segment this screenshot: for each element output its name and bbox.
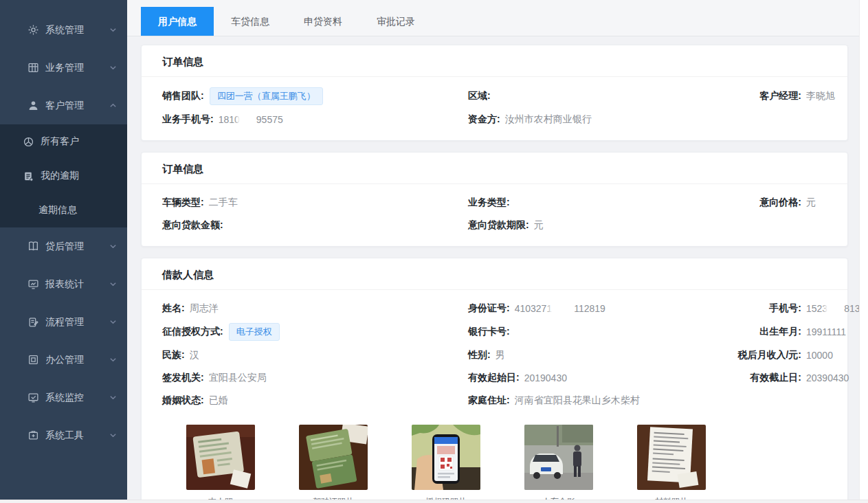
card-title: 订单信息 [142, 153, 847, 184]
field-value: 181095575 [219, 114, 283, 125]
grid-icon [27, 62, 39, 74]
field-value: 汝州市农村商业银行 [505, 113, 592, 126]
photo-drivers-license[interactable]: 驾驶证照片 [299, 425, 368, 503]
field-name: 姓名: 周志洋 [162, 302, 468, 315]
field-value: 李晓旭 [806, 90, 835, 102]
field-bank-card: 银行卡号: [468, 326, 729, 338]
field-value: 元 [534, 219, 544, 232]
field-ethnicity: 民族: 汉 [162, 349, 468, 361]
tab-user-info[interactable]: 用户信息 [141, 7, 214, 36]
field-intended-loan-amount: 意向贷款金额: [162, 219, 468, 232]
sidebar: 系统管理 业务管理 客户管理 所有客户 我的逾期 逾期信息 [0, 0, 127, 503]
sidebar-item-my-overdue[interactable]: 我的逾期 [0, 159, 127, 193]
photo-auth-qr-code[interactable]: 授权码照片 [412, 425, 480, 503]
blur-mask [240, 114, 256, 124]
order-info-card-1: 订单信息 销售团队: 四团一营（直属王鹏飞） 区域: 客户经理: 李晓旭 [141, 45, 848, 141]
field-value: 15238137 [806, 303, 865, 314]
office-icon [27, 354, 39, 366]
sales-team-tag[interactable]: 四团一营（直属王鹏飞） [210, 87, 323, 105]
tab-car-loan-info[interactable]: 车贷信息 [214, 7, 287, 36]
borrower-photos: 本人照 [162, 415, 827, 503]
sidebar-item-workflow-mgmt[interactable]: 流程管理 [0, 303, 127, 341]
field-label: 性别: [468, 349, 491, 361]
field-value: 已婚 [209, 394, 228, 407]
gear-icon [27, 24, 39, 36]
field-intended-price: 意向价格: 元 [729, 197, 827, 209]
field-label: 业务手机号: [162, 113, 214, 126]
field-valid-from: 有效起始日: 20190430 [468, 372, 729, 384]
field-label: 车辆类型: [162, 197, 204, 209]
field-mobile-phone: 手机号: 15238137 [729, 302, 865, 315]
sidebar-item-label: 系统监控 [45, 392, 84, 404]
tab-approval-records[interactable]: 审批记录 [359, 7, 432, 36]
field-label: 身份证号: [468, 302, 510, 315]
field-funder: 资金方: 汝州市农村商业银行 [468, 113, 729, 126]
chevron-down-icon [109, 280, 117, 288]
field-label: 家庭住址: [468, 394, 510, 407]
sidebar-item-system-tools[interactable]: 系统工具 [0, 416, 127, 454]
sidebar-item-customer-mgmt[interactable]: 客户管理 [0, 87, 127, 124]
field-label: 征信授权方式: [162, 326, 223, 338]
field-label: 有效起始日: [468, 372, 520, 384]
field-label: 手机号: [729, 302, 801, 315]
credit-auth-tag[interactable]: 电子授权 [229, 323, 280, 341]
sidebar-item-business-mgmt[interactable]: 业务管理 [0, 49, 127, 87]
photo-id-card[interactable]: 本人照 [186, 425, 255, 503]
field-label: 签发机关: [162, 372, 204, 384]
sidebar-item-label: 客户管理 [45, 100, 84, 112]
chevron-down-icon [109, 432, 117, 439]
chevron-down-icon [109, 356, 117, 364]
order-info-card-2: 订单信息 车辆类型: 二手车 业务类型: 意向价格: 元 [141, 152, 848, 247]
field-label: 婚姻状态: [162, 394, 204, 407]
chevron-down-icon [109, 64, 117, 71]
field-vehicle-type: 车辆类型: 二手车 [162, 197, 468, 209]
photo-person-with-car[interactable]: 人车合影 [524, 425, 593, 503]
monitor-check-icon [27, 392, 39, 403]
field-label: 客户经理: [729, 90, 801, 102]
field-value: 宜阳县公安局 [209, 372, 267, 384]
sidebar-item-postloan-mgmt[interactable]: 贷后管理 [0, 227, 127, 265]
chevron-down-icon [109, 26, 117, 34]
chevron-down-icon [109, 243, 117, 250]
chevron-down-icon [109, 318, 117, 326]
sidebar-item-label: 所有客户 [41, 135, 79, 148]
field-label: 银行卡号: [468, 326, 510, 338]
card-title: 订单信息 [142, 45, 847, 77]
sidebar-item-system-monitor[interactable]: 系统监控 [0, 379, 127, 416]
sidebar-item-overdue-info[interactable]: 逾期信息 [0, 193, 127, 227]
vertical-scrollbar[interactable] [859, 0, 868, 503]
toolbox-icon [27, 429, 39, 441]
photo-documents[interactable]: 材料照片 [637, 425, 706, 503]
field-marital-status: 婚姻状态: 已婚 [162, 394, 468, 407]
field-label: 姓名: [162, 302, 185, 315]
field-label: 意向价格: [729, 197, 801, 209]
chevron-down-icon [109, 394, 117, 401]
sidebar-item-office-mgmt[interactable]: 办公管理 [0, 341, 127, 379]
tab-panel-user-info: 订单信息 销售团队: 四团一营（直属王鹏飞） 区域: 客户经理: 李晓旭 [127, 36, 868, 503]
sidebar-item-all-customers[interactable]: 所有客户 [0, 124, 127, 159]
field-value: 19911111 [806, 326, 846, 337]
field-label: 区域: [468, 90, 491, 102]
tab-loan-application-docs[interactable]: 申贷资料 [287, 7, 359, 36]
field-label: 意向贷款期限: [468, 219, 529, 232]
field-label: 意向贷款金额: [162, 219, 223, 232]
field-value: 汉 [190, 349, 199, 361]
sidebar-item-label: 业务管理 [45, 62, 84, 74]
field-value: 20190430 [524, 372, 567, 383]
book-icon [27, 241, 39, 252]
field-birth-date: 出生年月: 19911111 [729, 326, 846, 338]
sidebar-item-label: 系统工具 [45, 429, 84, 442]
field-label: 资金方: [468, 113, 500, 126]
sidebar-item-system-mgmt[interactable]: 系统管理 [0, 11, 127, 49]
sidebar-item-label: 报表统计 [45, 278, 84, 291]
field-value: 男 [496, 349, 505, 361]
field-label: 税后月收入/元: [729, 349, 801, 361]
horizontal-scrollbar[interactable] [0, 500, 868, 503]
user-icon [27, 100, 39, 111]
tab-bar: 用户信息 车贷信息 申贷资料 审批记录 [127, 0, 868, 36]
field-id-number: 身份证号: 4103271112819 [468, 302, 729, 315]
overdue-doc-icon [23, 170, 34, 182]
sidebar-item-label: 逾期信息 [38, 204, 77, 216]
sidebar-item-report-stats[interactable]: 报表统计 [0, 265, 127, 303]
main-content: 用户信息 车贷信息 申贷资料 审批记录 订单信息 销售团队: 四团一营（直属王鹏… [127, 0, 868, 503]
